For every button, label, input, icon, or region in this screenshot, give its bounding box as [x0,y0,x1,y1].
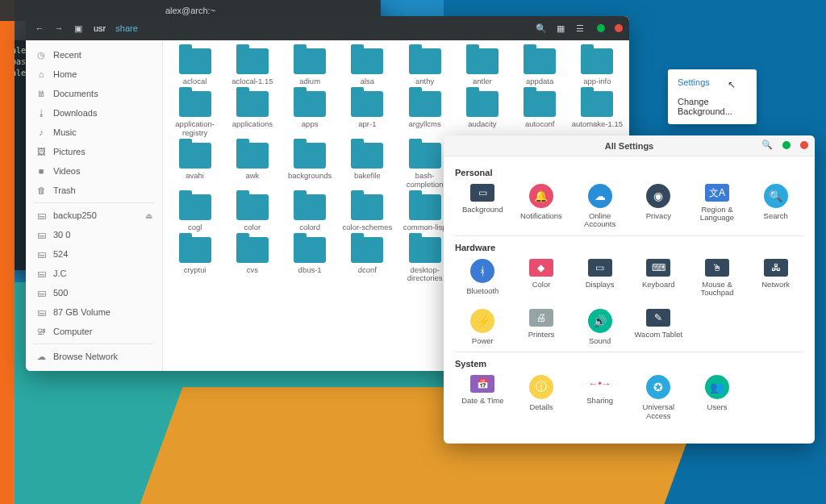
folder-item[interactable]: aclocal [168,48,222,86]
search-icon[interactable]: 🔍 [534,21,549,35]
forward-button[interactable]: → [52,21,66,35]
notifications-icon: 🔔 [529,184,553,208]
folder-item[interactable]: applications [225,91,279,138]
path-location-icon[interactable]: ▣ [71,21,86,35]
sidebar-item-label: Music [53,127,77,137]
folder-label: aclocal-1.15 [232,77,273,86]
folder-item[interactable]: color [225,194,279,232]
sidebar-device[interactable]: 🖴backup250⏏ [26,206,162,225]
terminal-titlebar[interactable]: alex@arch:~ [0,0,381,21]
folder-icon [409,143,441,169]
sidebar-device[interactable]: 🖳Computer [26,322,162,341]
folder-icon [409,91,441,117]
folder-item[interactable]: audacity [455,91,509,138]
settings-item-printers[interactable]: 🖨Printers [514,309,569,345]
search-icon[interactable]: 🔍 [761,140,773,150]
folder-item[interactable]: cogl [168,194,222,232]
sidebar-item-label: Computer [53,327,92,336]
sidebar-item-trash[interactable]: 🗑Trash [26,181,162,200]
folder-item[interactable]: aclocal-1.15 [225,48,279,86]
folder-item[interactable]: color-schemes [340,194,394,232]
settings-item-sound[interactable]: 🔊Sound [572,309,628,345]
settings-item-users[interactable]: 👥Users [690,375,745,420]
folder-item[interactable]: colord [283,194,337,232]
sidebar-item-videos[interactable]: ■Videos [26,161,162,181]
folder-item[interactable]: appdata [513,48,567,86]
settings-item-details[interactable]: ⓘDetails [514,375,569,420]
breadcrumb-parent[interactable]: usr [90,22,109,35]
sidebar-item-pictures[interactable]: 🖼Pictures [26,142,162,161]
folder-item[interactable]: dbus-1 [283,237,337,284]
sidebar-item-downloads[interactable]: ⭳Downloads [26,103,162,123]
sidebar-network[interactable]: ■Local Share [26,366,162,371]
sidebar-device[interactable]: 🖴30 0 [26,225,162,244]
folder-icon [236,91,269,117]
back-button[interactable]: ← [32,21,47,35]
settings-item-wacom-tablet[interactable]: ✎Wacom Tablet [631,309,686,345]
sidebar-network[interactable]: ☁Browse Network [26,347,162,366]
folder-icon [294,48,326,74]
sidebar-item-recent[interactable]: ◷Recent [26,45,162,65]
context-menu-item[interactable]: Settings [671,73,753,92]
eject-icon[interactable]: ⏏ [145,211,152,220]
settings-item-background[interactable]: ▭Background [455,184,511,229]
settings-item-network[interactable]: 🖧Network [748,259,803,298]
settings-item-sharing[interactable]: ←•→Sharing [572,375,628,420]
sidebar-item-documents[interactable]: 🗎Documents [26,84,162,103]
context-menu-item[interactable]: Change Background... [671,92,753,121]
folder-item[interactable]: app-info [570,48,624,86]
settings-item-mouse-touchpad[interactable]: 🖱Mouse & Touchpad [690,259,745,298]
folder-item[interactable]: anthy [398,48,452,86]
list-view-icon[interactable]: ☰ [573,21,587,35]
folder-item[interactable]: alsa [340,48,394,86]
settings-item-search[interactable]: 🔍Search [748,184,803,229]
sidebar-item-label: Browse Network [53,352,118,361]
settings-item-universal-access[interactable]: ✪Universal Access [631,375,686,420]
minimize-button[interactable] [597,24,605,32]
folder-item[interactable]: application-registry [168,91,222,138]
settings-titlebar[interactable]: All Settings 🔍 [444,135,815,156]
breadcrumb[interactable]: usr share [90,22,141,35]
settings-item-online-accounts[interactable]: ☁Online Accounts [572,184,628,229]
folder-item[interactable]: antler [455,48,509,86]
folder-label: alsa [361,77,374,86]
sidebar-device[interactable]: 🖴500 [26,283,162,302]
folder-item[interactable]: dconf [340,237,394,284]
settings-item-color[interactable]: ◆Color [514,259,569,298]
folder-item[interactable]: cvs [225,237,279,284]
folder-item[interactable]: apps [283,91,337,138]
folder-item[interactable]: argyllcms [398,91,452,138]
settings-item-date-time[interactable]: 📅Date & Time [455,375,511,420]
sidebar-item-music[interactable]: ♪Music [26,123,162,142]
settings-item-keyboard[interactable]: ⌨Keyboard [631,259,686,298]
settings-item-notifications[interactable]: 🔔Notifications [514,184,569,229]
universal-access-icon: ✪ [646,375,670,399]
folder-item[interactable]: awk [225,143,279,190]
folder-item[interactable]: autoconf [513,91,567,138]
settings-item-region-language[interactable]: 文ARegion & Language [690,184,745,229]
folder-item[interactable]: avahi [168,143,222,190]
close-button[interactable] [800,141,808,149]
sidebar-device[interactable]: 🖴87 GB Volume [26,302,162,322]
settings-item-power[interactable]: ⚡Power [455,309,511,345]
sidebar-device[interactable]: 🖴524 [26,244,162,264]
breadcrumb-current[interactable]: share [112,22,141,35]
folder-item[interactable]: adium [283,48,337,86]
folder-item[interactable]: apr-1 [340,91,394,138]
close-button[interactable] [615,24,623,32]
folder-item[interactable]: bakefile [340,143,394,190]
settings-item-privacy[interactable]: ◉Privacy [631,184,686,229]
folder-item[interactable]: backgrounds [283,143,337,190]
sidebar-item-home[interactable]: ⌂Home [26,65,162,84]
folder-icon [466,48,499,74]
minimize-button[interactable] [782,141,791,149]
sidebar-item-label: Downloads [53,108,97,118]
settings-item-bluetooth[interactable]: ᚼBluetooth [455,259,511,298]
sidebar-device[interactable]: 🖴J.C [26,264,162,283]
printers-icon: 🖨 [529,309,553,327]
grid-view-icon[interactable]: ▦ [553,21,568,35]
folder-item[interactable]: cryptui [168,237,222,284]
folder-item[interactable]: automake-1.15 [570,91,624,138]
settings-item-label: Notifications [520,212,562,220]
settings-item-displays[interactable]: ▭Displays [572,259,628,298]
